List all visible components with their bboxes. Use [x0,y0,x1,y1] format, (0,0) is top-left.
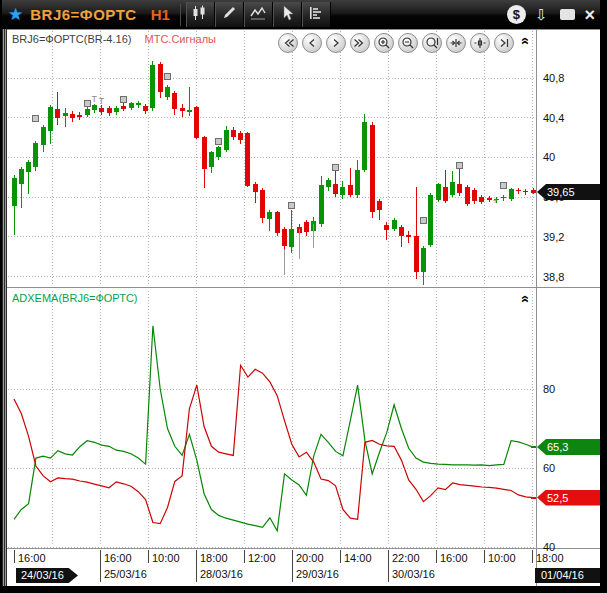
panel-splitter[interactable] [2,285,600,290]
window-title-symbol: BRJ6=ФОРТС [30,6,136,23]
histogram-bars-icon [308,5,324,25]
candlestick-icon [191,5,209,25]
indicators-button[interactable] [244,2,273,27]
cursor-arrow-icon [279,5,295,25]
download-data-button[interactable]: ⇩ [535,0,548,29]
favorite-star-icon: ★ [8,4,23,25]
chart-area: ТТ+40,840,44039,639,238,880604016:0016:0… [2,29,600,586]
draw-tools-button[interactable] [215,2,244,27]
terminal-window: ★ BRJ6=ФОРТС H1 $ ⇩ × ТТ+40,840,44039,63… [2,0,600,586]
currency-mode-button[interactable]: $ [507,5,526,24]
histogram-panel-button[interactable] [302,2,331,27]
chart-style-button[interactable] [186,2,215,27]
indicator-plot-area[interactable] [8,290,536,547]
restore-window-button[interactable] [560,9,575,20]
panel-grip[interactable] [2,29,7,586]
window-title-timeframe: H1 [151,6,170,23]
time-axis[interactable] [2,549,600,586]
close-window-button[interactable]: × [584,2,595,28]
cursor-mode-button[interactable] [273,2,302,27]
toolbar-divider [180,4,181,26]
indicator-icon [249,5,267,25]
titlebar[interactable]: ★ BRJ6=ФОРТС H1 $ ⇩ × [2,0,600,29]
candle-plot-area[interactable] [8,30,536,286]
pencil-icon [221,5,237,25]
